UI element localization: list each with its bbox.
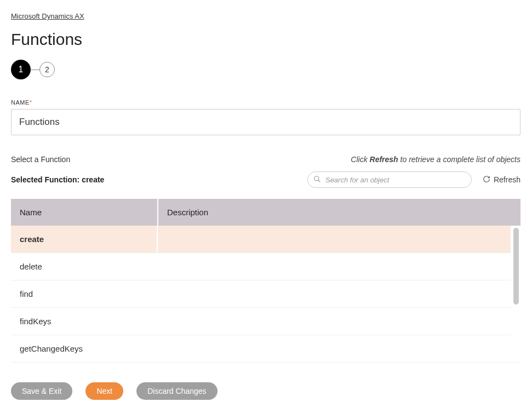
cell-description [158, 335, 511, 362]
step-connector [31, 70, 39, 70]
page-title: Functions [11, 30, 521, 49]
functions-table-header: Name Description [11, 199, 520, 226]
select-function-label: Select a Function [11, 155, 70, 164]
cell-name: create [11, 226, 158, 252]
footer-buttons: Save & Exit Next Discard Changes [11, 382, 521, 400]
refresh-button[interactable]: Refresh [483, 175, 520, 185]
hint-bold: Refresh [370, 155, 398, 164]
table-row[interactable]: delete [11, 253, 511, 280]
table-row[interactable]: create [11, 226, 511, 253]
step-2[interactable]: 2 [39, 62, 55, 77]
name-label-text: NAME [11, 99, 30, 106]
cell-description [158, 280, 511, 307]
cell-description [158, 253, 511, 280]
selected-function-label: Selected Function: create [11, 175, 104, 184]
cell-name: findKeys [11, 308, 158, 335]
next-button[interactable]: Next [85, 382, 123, 400]
hint-prefix: Click [351, 155, 369, 164]
table-row[interactable]: getChangedKeys [11, 335, 511, 363]
cell-name: find [11, 280, 158, 307]
functions-table-body: createdeletefindfindKeysgetChangedKeys [11, 226, 520, 363]
refresh-hint: Click Refresh to retrieve a complete lis… [351, 155, 520, 164]
svg-point-0 [314, 176, 319, 180]
hint-suffix: to retrieve a complete list of objects [398, 155, 520, 164]
selected-prefix: Selected Function: [11, 175, 82, 184]
cell-description [158, 308, 511, 335]
step-1[interactable]: 1 [11, 60, 31, 79]
cell-description [158, 226, 511, 252]
save-exit-button[interactable]: Save & Exit [11, 382, 72, 400]
cell-name: delete [11, 253, 158, 280]
discard-changes-button[interactable]: Discard Changes [136, 382, 217, 400]
search-input[interactable] [325, 176, 466, 184]
refresh-label: Refresh [494, 175, 520, 184]
required-asterisk: * [30, 99, 32, 106]
wizard-stepper: 1 2 [11, 60, 521, 79]
name-input[interactable] [11, 109, 520, 135]
search-icon [313, 175, 321, 185]
selected-value: create [82, 175, 104, 184]
refresh-icon [483, 175, 490, 185]
table-row[interactable]: find [11, 280, 511, 308]
search-box[interactable] [307, 171, 472, 188]
column-header-name[interactable]: Name [11, 199, 158, 226]
column-header-description[interactable]: Description [158, 199, 520, 226]
scrollbar-thumb[interactable] [513, 228, 519, 305]
cell-name: getChangedKeys [11, 335, 158, 362]
breadcrumb-link[interactable]: Microsoft Dynamics AX [11, 12, 84, 20]
svg-line-1 [318, 180, 321, 182]
table-row[interactable]: findKeys [11, 308, 511, 335]
name-field-label: NAME* [11, 99, 521, 106]
